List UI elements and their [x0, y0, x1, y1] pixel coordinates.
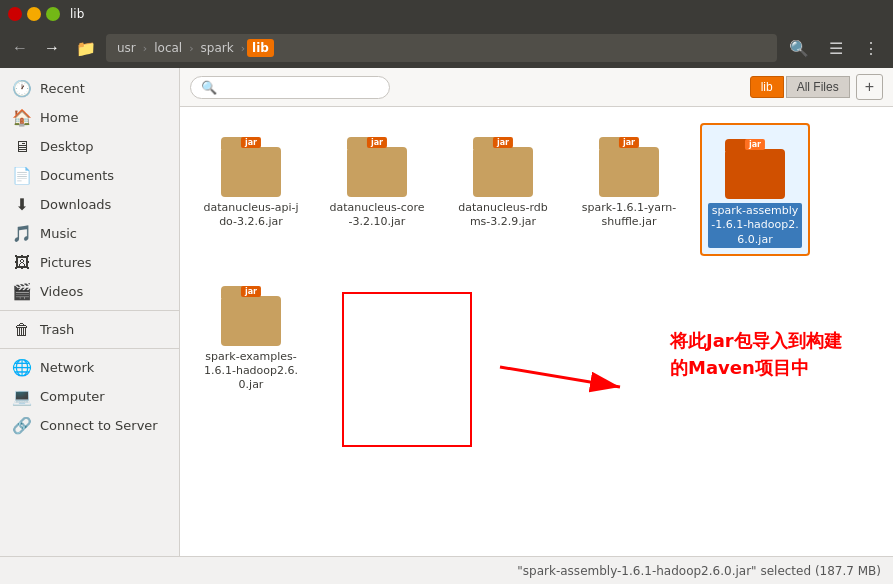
- sidebar-item-desktop[interactable]: 🖥 Desktop: [0, 132, 179, 161]
- file-item-f6[interactable]: jar spark-examples-1.6.1-hadoop2.6.0.jar: [196, 272, 306, 399]
- minimize-button[interactable]: [27, 7, 41, 21]
- sidebar-label-documents: Documents: [40, 168, 114, 183]
- search-bar: 🔍 lib All Files +: [180, 68, 893, 107]
- sidebar-divider1: [0, 310, 179, 311]
- file-item-f2[interactable]: jar datanucleus-core-3.2.10.jar: [322, 123, 432, 256]
- downloads-icon: ⬇: [12, 195, 32, 214]
- sidebar-item-videos[interactable]: 🎬 Videos: [0, 277, 179, 306]
- breadcrumb-usr[interactable]: usr: [112, 39, 141, 57]
- sidebar-item-music[interactable]: 🎵 Music: [0, 219, 179, 248]
- breadcrumb-spark[interactable]: spark: [196, 39, 239, 57]
- search-icon: 🔍: [201, 80, 217, 95]
- music-icon: 🎵: [12, 224, 32, 243]
- sidebar: 🕐 Recent 🏠 Home 🖥 Desktop 📄 Documents ⬇ …: [0, 68, 180, 556]
- sidebar-label-trash: Trash: [40, 322, 74, 337]
- pictures-icon: 🖼: [12, 253, 32, 272]
- main-layout: 🕐 Recent 🏠 Home 🖥 Desktop 📄 Documents ⬇ …: [0, 68, 893, 556]
- sidebar-label-videos: Videos: [40, 284, 83, 299]
- sidebar-item-recent[interactable]: 🕐 Recent: [0, 74, 179, 103]
- sidebar-item-network[interactable]: 🌐 Network: [0, 353, 179, 382]
- breadcrumb-lib[interactable]: lib: [247, 39, 274, 57]
- sidebar-label-recent: Recent: [40, 81, 85, 96]
- trash-icon: 🗑: [12, 320, 32, 339]
- breadcrumb-sep1: ›: [143, 42, 147, 55]
- sidebar-label-music: Music: [40, 226, 77, 241]
- grid-view-button[interactable]: ⋮: [855, 35, 887, 62]
- sidebar-item-documents[interactable]: 📄 Documents: [0, 161, 179, 190]
- file-item-f5[interactable]: jar spark-assembly-1.6.1-hadoop2.6.0.jar: [700, 123, 810, 256]
- file-item-f1[interactable]: jar datanucleus-api-jdo-3.2.6.jar: [196, 123, 306, 256]
- jar-icon-f1: jar: [219, 129, 283, 197]
- search-input-wrap[interactable]: 🔍: [190, 76, 390, 99]
- sidebar-item-connect[interactable]: 🔗 Connect to Server: [0, 411, 179, 440]
- documents-icon: 📄: [12, 166, 32, 185]
- breadcrumb-sep2: ›: [189, 42, 193, 55]
- sidebar-divider2: [0, 348, 179, 349]
- search-toggle-button[interactable]: 🔍: [781, 35, 817, 62]
- jar-icon-f2: jar: [345, 129, 409, 197]
- file-item-f4[interactable]: jar spark-1.6.1-yarn-shuffle.jar: [574, 123, 684, 256]
- view-toggle: lib All Files +: [750, 74, 883, 100]
- maximize-button[interactable]: [46, 7, 60, 21]
- sidebar-item-downloads[interactable]: ⬇ Downloads: [0, 190, 179, 219]
- all-files-view-button[interactable]: All Files: [786, 76, 850, 98]
- search-input[interactable]: [222, 80, 362, 94]
- breadcrumb-sep3: ›: [241, 42, 245, 55]
- breadcrumb: usr › local › spark › lib: [106, 34, 777, 62]
- computer-icon: 💻: [12, 387, 32, 406]
- jar-icon-f5: jar: [723, 131, 787, 199]
- forward-button[interactable]: →: [38, 35, 66, 61]
- toolbar-right: 🔍 ☰ ⋮: [781, 35, 887, 62]
- window-title: lib: [70, 7, 84, 21]
- sidebar-label-connect: Connect to Server: [40, 418, 158, 433]
- videos-icon: 🎬: [12, 282, 32, 301]
- file-name-f3: datanucleus-rdbms-3.2.9.jar: [454, 201, 552, 230]
- file-name-f1: datanucleus-api-jdo-3.2.6.jar: [202, 201, 300, 230]
- sidebar-label-desktop: Desktop: [40, 139, 94, 154]
- statusbar: "spark-assembly-1.6.1-hadoop2.6.0.jar" s…: [0, 556, 893, 584]
- recent-icon: 🕐: [12, 79, 32, 98]
- file-name-f4: spark-1.6.1-yarn-shuffle.jar: [580, 201, 678, 230]
- jar-icon-f3: jar: [471, 129, 535, 197]
- content-area: 🔍 lib All Files + jar datanucleus-api-jd…: [180, 68, 893, 556]
- sidebar-label-network: Network: [40, 360, 94, 375]
- status-text: "spark-assembly-1.6.1-hadoop2.6.0.jar" s…: [517, 564, 881, 578]
- lib-view-button[interactable]: lib: [750, 76, 784, 98]
- back-button[interactable]: ←: [6, 35, 34, 61]
- sidebar-item-home[interactable]: 🏠 Home: [0, 103, 179, 132]
- files-container: jar datanucleus-api-jdo-3.2.6.jar jar da…: [196, 123, 877, 399]
- connect-icon: 🔗: [12, 416, 32, 435]
- sidebar-label-pictures: Pictures: [40, 255, 91, 270]
- network-icon: 🌐: [12, 358, 32, 377]
- sidebar-label-computer: Computer: [40, 389, 105, 404]
- jar-icon-f4: jar: [597, 129, 661, 197]
- parent-button[interactable]: 📁: [70, 35, 102, 62]
- file-item-f3[interactable]: jar datanucleus-rdbms-3.2.9.jar: [448, 123, 558, 256]
- file-name-f5: spark-assembly-1.6.1-hadoop2.6.0.jar: [708, 203, 802, 248]
- desktop-icon: 🖥: [12, 137, 32, 156]
- sidebar-label-downloads: Downloads: [40, 197, 111, 212]
- home-icon: 🏠: [12, 108, 32, 127]
- file-name-f6: spark-examples-1.6.1-hadoop2.6.0.jar: [202, 350, 300, 393]
- file-grid[interactable]: jar datanucleus-api-jdo-3.2.6.jar jar da…: [180, 107, 893, 556]
- add-button[interactable]: +: [856, 74, 883, 100]
- sidebar-item-trash[interactable]: 🗑 Trash: [0, 315, 179, 344]
- toolbar: ← → 📁 usr › local › spark › lib 🔍 ☰ ⋮: [0, 28, 893, 68]
- file-name-f2: datanucleus-core-3.2.10.jar: [328, 201, 426, 230]
- list-view-button[interactable]: ☰: [821, 35, 851, 62]
- sidebar-item-pictures[interactable]: 🖼 Pictures: [0, 248, 179, 277]
- close-button[interactable]: [8, 7, 22, 21]
- titlebar: lib: [0, 0, 893, 28]
- breadcrumb-local[interactable]: local: [149, 39, 187, 57]
- sidebar-item-computer[interactable]: 💻 Computer: [0, 382, 179, 411]
- window-controls[interactable]: [8, 7, 60, 21]
- jar-icon-f6: jar: [219, 278, 283, 346]
- sidebar-label-home: Home: [40, 110, 78, 125]
